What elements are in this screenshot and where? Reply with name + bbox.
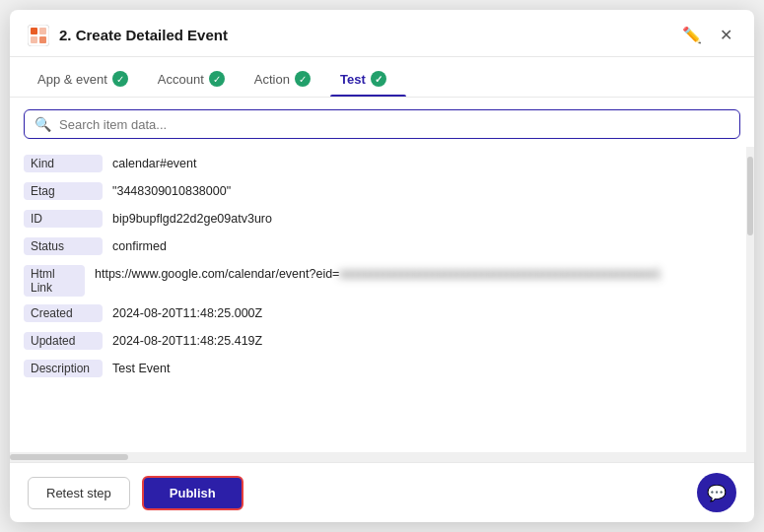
svg-rect-4 bbox=[39, 36, 46, 43]
support-icon: 💬 bbox=[707, 484, 727, 502]
key-description: Description bbox=[24, 360, 103, 377]
steps-bar: App & event ✓ Account ✓ Action ✓ Test ✓ bbox=[10, 57, 754, 98]
key-updated: Updated bbox=[24, 332, 103, 350]
value-id: bip9bupflgd22d2ge09atv3uro bbox=[112, 210, 272, 229]
value-updated: 2024-08-20T11:48:25.419Z bbox=[112, 332, 262, 351]
table-row: Updated 2024-08-20T11:48:25.419Z bbox=[10, 328, 754, 356]
table-row: Status confirmed bbox=[10, 233, 754, 261]
vertical-scrollbar-track[interactable] bbox=[746, 147, 754, 452]
table-row: Created 2024-08-20T11:48:25.000Z bbox=[10, 300, 754, 328]
step-test-label: Test bbox=[340, 72, 366, 87]
table-row: ID bip9bupflgd22d2ge09atv3uro bbox=[10, 206, 754, 233]
svg-rect-3 bbox=[31, 36, 37, 43]
search-box[interactable]: 🔍 bbox=[24, 109, 740, 139]
value-etag: "3448309010838000" bbox=[112, 182, 231, 201]
close-button[interactable]: ✕ bbox=[716, 24, 736, 46]
key-created: Created bbox=[24, 304, 103, 322]
retest-button[interactable]: Retest step bbox=[28, 477, 130, 509]
key-id: ID bbox=[24, 210, 103, 228]
svg-rect-1 bbox=[31, 28, 37, 34]
table-row: Etag "3448309010838000" bbox=[10, 178, 754, 206]
table-row: Description Test Event bbox=[10, 356, 754, 383]
value-status: confirmed bbox=[112, 237, 167, 256]
modal-body: 🔍 Kind calendar#event Etag "344830901083… bbox=[10, 98, 754, 462]
step-app-event[interactable]: App & event ✓ bbox=[28, 57, 148, 97]
modal-title: 2. Create Detailed Event bbox=[59, 27, 678, 43]
key-status: Status bbox=[24, 237, 103, 255]
value-created: 2024-08-20T11:48:25.000Z bbox=[112, 304, 262, 323]
value-htmllink-blurred: xxxxxxxxxxxxxxxxxxxxxxxxxxxxxxxxxxxxxxxx… bbox=[339, 267, 660, 281]
search-input[interactable] bbox=[59, 117, 729, 132]
modal-footer: Retest step Publish 💬 bbox=[10, 462, 754, 522]
create-event-modal: 2. Create Detailed Event ✏️ ✕ App & even… bbox=[10, 10, 754, 522]
value-htmllink: https://www.google.com/calendar/event?ei… bbox=[95, 265, 660, 284]
step-app-event-check: ✓ bbox=[112, 71, 128, 87]
step-test-check: ✓ bbox=[371, 71, 386, 87]
publish-button[interactable]: Publish bbox=[142, 476, 243, 510]
support-button[interactable]: 💬 bbox=[697, 473, 736, 512]
vertical-scrollbar-thumb[interactable] bbox=[747, 157, 753, 235]
header-actions: ✏️ ✕ bbox=[678, 24, 736, 46]
step-account[interactable]: Account ✓ bbox=[148, 57, 244, 97]
step-account-check: ✓ bbox=[209, 71, 225, 87]
key-htmllink: HtmlLink bbox=[24, 265, 85, 297]
search-icon: 🔍 bbox=[35, 116, 51, 132]
step-action-check: ✓ bbox=[295, 71, 311, 87]
step-action[interactable]: Action ✓ bbox=[244, 57, 330, 97]
value-description: Test Event bbox=[112, 360, 170, 378]
modal-header: 2. Create Detailed Event ✏️ ✕ bbox=[10, 10, 754, 57]
step-test[interactable]: Test ✓ bbox=[330, 57, 406, 97]
search-area: 🔍 bbox=[10, 98, 754, 147]
step-app-event-label: App & event bbox=[37, 72, 107, 87]
value-kind: calendar#event bbox=[112, 155, 196, 173]
horizontal-scrollbar-thumb[interactable] bbox=[10, 454, 128, 460]
data-table: Kind calendar#event Etag "34483090108380… bbox=[10, 147, 754, 452]
key-kind: Kind bbox=[24, 155, 103, 172]
value-htmllink-visible: https://www.google.com/calendar/event?ei… bbox=[95, 267, 339, 281]
step-action-label: Action bbox=[254, 72, 290, 87]
horizontal-scrollbar[interactable] bbox=[10, 452, 754, 462]
table-row: Kind calendar#event bbox=[10, 151, 754, 178]
svg-rect-2 bbox=[39, 28, 46, 34]
step-account-label: Account bbox=[158, 72, 204, 87]
table-row: HtmlLink https://www.google.com/calendar… bbox=[10, 261, 754, 300]
key-etag: Etag bbox=[24, 182, 103, 200]
app-icon bbox=[28, 25, 49, 46]
edit-button[interactable]: ✏️ bbox=[678, 24, 706, 46]
